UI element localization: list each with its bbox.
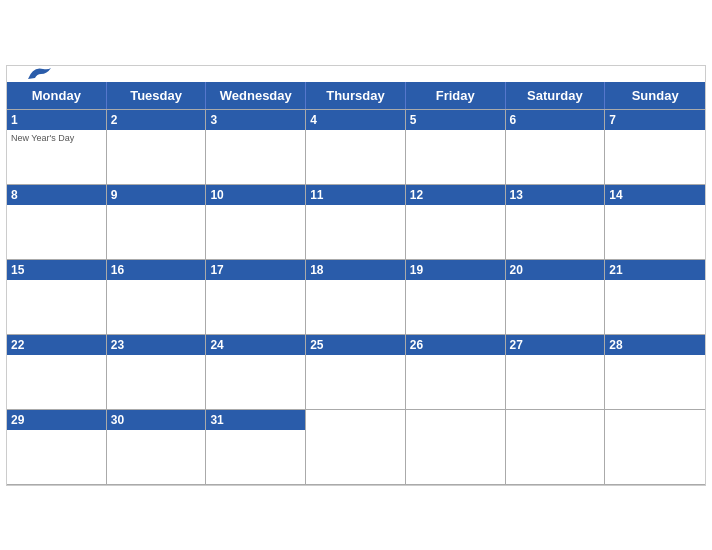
day-number: 12 [410, 188, 501, 202]
day-cell: 23 [107, 335, 207, 410]
day-number: 14 [609, 188, 701, 202]
day-cell: 29 [7, 410, 107, 485]
day-number: 17 [210, 263, 301, 277]
day-cell: 21 [605, 260, 705, 335]
weekday-header-wednesday: Wednesday [206, 82, 306, 109]
day-number: 28 [609, 338, 701, 352]
day-cell: 25 [306, 335, 406, 410]
day-cell: 22 [7, 335, 107, 410]
day-cell: 3 [206, 110, 306, 185]
day-cell: 19 [406, 260, 506, 335]
day-number: 4 [310, 113, 401, 127]
day-cell: 16 [107, 260, 207, 335]
day-number: 5 [410, 113, 501, 127]
day-number: 7 [609, 113, 701, 127]
day-number: 11 [310, 188, 401, 202]
weekday-header-tuesday: Tuesday [107, 82, 207, 109]
day-cell: 15 [7, 260, 107, 335]
day-cell: 5 [406, 110, 506, 185]
day-cell: 24 [206, 335, 306, 410]
weekday-header-thursday: Thursday [306, 82, 406, 109]
day-cell: 8 [7, 185, 107, 260]
weekday-header-monday: Monday [7, 82, 107, 109]
day-cell: 12 [406, 185, 506, 260]
day-number: 30 [111, 413, 202, 427]
day-number: 20 [510, 263, 601, 277]
day-number: 10 [210, 188, 301, 202]
day-number: 23 [111, 338, 202, 352]
day-cell: 9 [107, 185, 207, 260]
day-cell: 17 [206, 260, 306, 335]
weekday-header-saturday: Saturday [506, 82, 606, 109]
day-number: 16 [111, 263, 202, 277]
day-cell: 27 [506, 335, 606, 410]
day-cell: 28 [605, 335, 705, 410]
day-number: 1 [11, 113, 102, 127]
calendar: MondayTuesdayWednesdayThursdayFridaySatu… [6, 65, 706, 486]
day-cell: 13 [506, 185, 606, 260]
weekday-header-friday: Friday [406, 82, 506, 109]
day-number: 19 [410, 263, 501, 277]
day-cell [406, 410, 506, 485]
day-cell: 14 [605, 185, 705, 260]
day-number: 18 [310, 263, 401, 277]
day-cell: 2 [107, 110, 207, 185]
calendar-header [7, 66, 705, 82]
day-cell [306, 410, 406, 485]
calendar-grid: 1New Year's Day2345678910111213141516171… [7, 109, 705, 485]
day-number: 15 [11, 263, 102, 277]
day-cell: 7 [605, 110, 705, 185]
holiday-label: New Year's Day [11, 133, 102, 143]
day-number: 9 [111, 188, 202, 202]
logo-icon [23, 64, 53, 84]
weekday-header-sunday: Sunday [605, 82, 705, 109]
day-cell: 4 [306, 110, 406, 185]
day-cell: 30 [107, 410, 207, 485]
day-number: 8 [11, 188, 102, 202]
day-cell: 11 [306, 185, 406, 260]
day-number: 26 [410, 338, 501, 352]
day-number: 24 [210, 338, 301, 352]
day-cell [506, 410, 606, 485]
day-number: 6 [510, 113, 601, 127]
day-number: 2 [111, 113, 202, 127]
day-number: 22 [11, 338, 102, 352]
day-cell [605, 410, 705, 485]
day-number: 13 [510, 188, 601, 202]
logo [23, 64, 53, 84]
day-number: 29 [11, 413, 102, 427]
weekdays-row: MondayTuesdayWednesdayThursdayFridaySatu… [7, 82, 705, 109]
day-cell: 6 [506, 110, 606, 185]
day-cell: 18 [306, 260, 406, 335]
day-number: 3 [210, 113, 301, 127]
day-number: 31 [210, 413, 301, 427]
day-number: 25 [310, 338, 401, 352]
day-cell: 20 [506, 260, 606, 335]
day-number: 27 [510, 338, 601, 352]
day-cell: 26 [406, 335, 506, 410]
day-cell: 1New Year's Day [7, 110, 107, 185]
day-cell: 10 [206, 185, 306, 260]
day-number: 21 [609, 263, 701, 277]
day-cell: 31 [206, 410, 306, 485]
